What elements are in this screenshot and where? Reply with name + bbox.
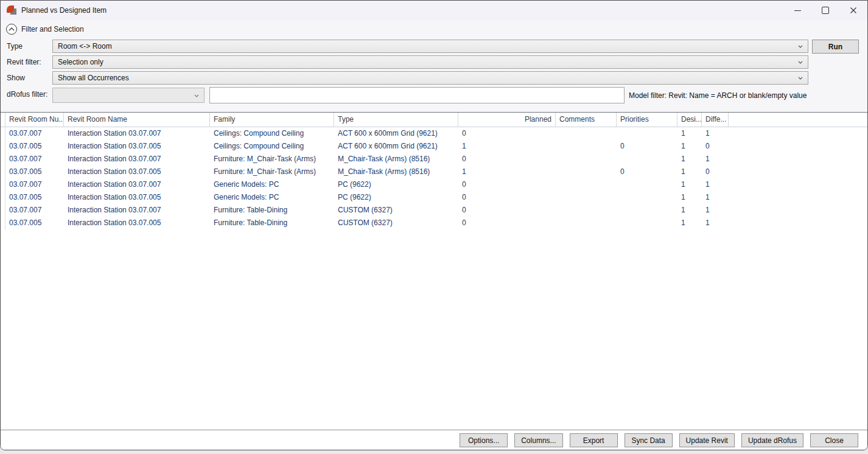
cell-revit-room-nu: 03.07.007: [5, 178, 64, 191]
table-row[interactable]: 03.07.005Interaction Station 03.07.005Fu…: [1, 217, 867, 229]
minimize-icon: [794, 10, 801, 11]
cell-priorities: [617, 178, 677, 191]
cell-revit-room-nu: 03.07.005: [5, 191, 64, 204]
column-header-planned[interactable]: Planned: [458, 113, 556, 127]
row-header-strip: [1, 191, 5, 204]
table-row[interactable]: 03.07.007Interaction Station 03.07.007Ce…: [1, 127, 867, 140]
cell-priorities: [617, 153, 677, 166]
drofus-logo-icon: [7, 5, 16, 15]
cell-revit-room-nu: 03.07.005: [5, 166, 64, 178]
cell-revit-room-name: Interaction Station 03.07.005: [64, 191, 210, 204]
row-filler: [729, 140, 867, 153]
cell-priorities: [617, 127, 677, 140]
cell-desi: 1: [677, 204, 702, 217]
drofus-filter-input[interactable]: [209, 87, 625, 103]
cell-comments: [556, 217, 617, 229]
column-header-type[interactable]: Type: [334, 113, 458, 127]
cell-family: Generic Models: PC: [210, 191, 334, 204]
cell-priorities: [617, 204, 677, 217]
maximize-button[interactable]: [811, 1, 839, 20]
chevron-down-icon: [798, 61, 803, 64]
cell-comments: [556, 204, 617, 217]
cell-revit-room-nu: 03.07.007: [5, 204, 64, 217]
sync-data-button[interactable]: Sync Data: [625, 433, 673, 447]
cell-diffe: 1: [702, 204, 729, 217]
cell-planned: 0: [458, 153, 556, 166]
title-bar: Planned vs Designed Item: [1, 1, 867, 20]
filter-section-toggle[interactable]: Filter and Selection: [6, 23, 84, 36]
columns-button[interactable]: Columns...: [514, 433, 562, 447]
cell-priorities: 0: [617, 140, 677, 153]
type-combobox[interactable]: Room <-> Room: [52, 40, 808, 53]
window-title: Planned vs Designed Item: [21, 6, 783, 15]
row-header-strip: [1, 127, 5, 140]
update-revit-button[interactable]: Update Revit: [679, 433, 735, 447]
row-filler: [729, 166, 867, 178]
cell-revit-room-nu: 03.07.005: [5, 140, 64, 153]
results-grid: Revit Room Nu...Revit Room NameFamilyTyp…: [1, 112, 867, 430]
cell-family: Ceilings: Compound Ceiling: [210, 140, 334, 153]
cell-desi: 1: [677, 166, 702, 178]
cell-priorities: [617, 217, 677, 229]
cell-type: M_Chair-Task (Arms) (8516): [334, 166, 458, 178]
type-label: Type: [7, 42, 51, 51]
revit-filter-combobox[interactable]: Selection only: [52, 55, 808, 69]
maximize-icon: [822, 7, 829, 14]
column-header-diffe[interactable]: Diffe...: [702, 113, 729, 127]
cell-comments: [556, 140, 617, 153]
cell-desi: 1: [677, 127, 702, 140]
column-header-revit-room-name[interactable]: Revit Room Name: [64, 113, 210, 127]
cell-revit-room-name: Interaction Station 03.07.005: [64, 217, 210, 229]
chevron-down-icon: [194, 94, 199, 97]
cell-diffe: 1: [702, 153, 729, 166]
cell-revit-room-name: Interaction Station 03.07.007: [64, 204, 210, 217]
cell-diffe: 1: [702, 127, 729, 140]
row-filler: [729, 204, 867, 217]
table-row[interactable]: 03.07.007Interaction Station 03.07.007Ge…: [1, 178, 867, 191]
cell-comments: [556, 166, 617, 178]
update-drofus-button[interactable]: Update dRofus: [741, 433, 803, 447]
filter-panel: Filter and Selection Type Room <-> Room …: [1, 20, 867, 112]
table-row[interactable]: 03.07.005Interaction Station 03.07.005Ge…: [1, 191, 867, 204]
type-combobox-value: Room <-> Room: [58, 42, 112, 51]
row-header-strip: [1, 217, 5, 229]
cell-revit-room-name: Interaction Station 03.07.007: [64, 153, 210, 166]
column-header-desi[interactable]: Desi...: [677, 113, 702, 127]
table-row[interactable]: 03.07.007Interaction Station 03.07.007Fu…: [1, 204, 867, 217]
column-header-comments[interactable]: Comments: [556, 113, 617, 127]
cell-diffe: 1: [702, 178, 729, 191]
cell-family: Generic Models: PC: [210, 178, 334, 191]
planned-vs-designed-window: Planned vs Designed Item Filter and Sele…: [0, 0, 868, 450]
cell-desi: 1: [677, 217, 702, 229]
export-button[interactable]: Export: [570, 433, 618, 447]
chevron-down-icon: [798, 45, 803, 48]
table-row[interactable]: 03.07.005Interaction Station 03.07.005Ce…: [1, 140, 867, 153]
filter-section-label: Filter and Selection: [21, 25, 84, 33]
show-combobox[interactable]: Show all Occurrences: [52, 71, 808, 85]
cell-desi: 1: [677, 153, 702, 166]
cell-family: Ceilings: Compound Ceiling: [210, 127, 334, 140]
row-filler: [729, 217, 867, 229]
cell-planned: 1: [458, 140, 556, 153]
cell-family: Furniture: Table-Dining: [210, 204, 334, 217]
column-header-family[interactable]: Family: [210, 113, 334, 127]
column-header-priorities[interactable]: Priorities: [617, 113, 677, 127]
row-filler: [729, 153, 867, 166]
drofus-filter-combobox[interactable]: [52, 88, 205, 103]
close-window-button[interactable]: [839, 1, 867, 20]
cell-comments: [556, 178, 617, 191]
cell-diffe: 0: [702, 166, 729, 178]
run-button[interactable]: Run: [812, 40, 859, 54]
show-label: Show: [7, 74, 51, 82]
table-row[interactable]: 03.07.005Interaction Station 03.07.005Fu…: [1, 166, 867, 178]
row-header-strip: [1, 178, 5, 191]
cell-family: Furniture: M_Chair-Task (Arms): [210, 153, 334, 166]
options-button[interactable]: Options...: [460, 433, 508, 447]
column-header-revit-room-nu[interactable]: Revit Room Nu...: [5, 113, 64, 127]
chevron-up-circle-icon: [6, 24, 17, 35]
drofus-filter-label: dRofus filter:: [7, 90, 51, 99]
close-button[interactable]: Close: [810, 433, 858, 447]
row-header-strip: [1, 140, 5, 153]
table-row[interactable]: 03.07.007Interaction Station 03.07.007Fu…: [1, 153, 867, 166]
minimize-button[interactable]: [783, 1, 811, 20]
